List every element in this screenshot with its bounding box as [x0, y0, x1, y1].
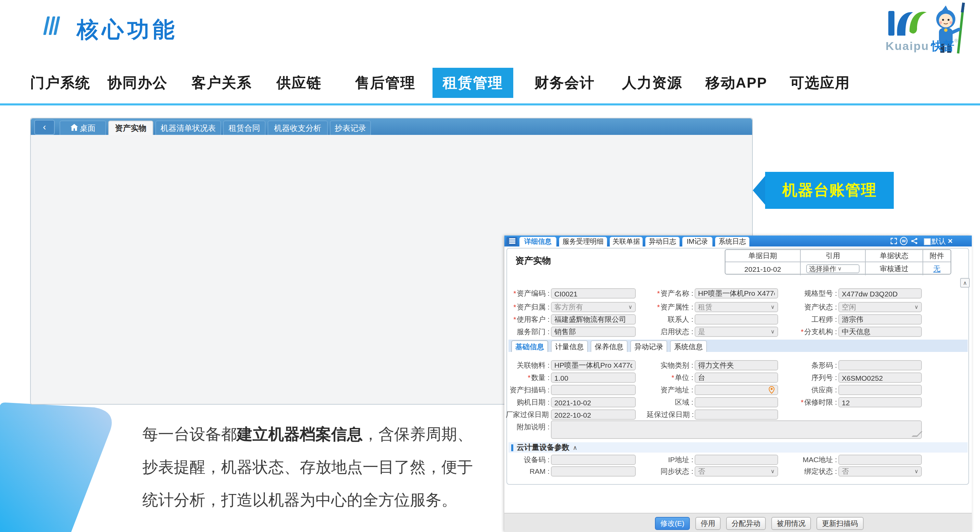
form-field-text[interactable] [551, 385, 636, 395]
menu-icon[interactable] [506, 237, 517, 245]
form-field-select[interactable]: 空闲∨ [838, 302, 922, 312]
form-field-value: 中天信息 [842, 327, 918, 336]
collapse-up-icon[interactable]: ∧ [960, 278, 970, 288]
form-field-text[interactable]: 中天信息 [838, 327, 922, 337]
required-icon: * [657, 303, 660, 311]
form-label: 条形码 : [789, 360, 837, 370]
form-field-text[interactable]: CI0021 [551, 288, 636, 298]
nav-item-8[interactable]: 人力资源 [622, 68, 682, 98]
form-field-text[interactable] [695, 314, 778, 325]
panel-tab-4[interactable]: 异动日志 [645, 237, 679, 247]
nav-underline [0, 104, 980, 105]
location-pin-icon[interactable] [768, 386, 775, 394]
panel-footer-button-3[interactable]: 分配异动 [726, 517, 766, 530]
form-label-text: MAC地址 : [803, 455, 837, 464]
nav-item-2[interactable]: 协同办公 [107, 68, 168, 98]
attachment-link[interactable]: 无 [934, 264, 941, 274]
form-field-text[interactable] [551, 466, 636, 476]
panel-subtab-3[interactable]: 保养信息 [590, 340, 628, 352]
kuaipu-logo: Kuaipu快普® [883, 2, 976, 60]
form-field-text[interactable]: X477dw D3Q20D [838, 288, 922, 298]
panel-footer-button-4[interactable]: 被用情况 [771, 517, 811, 530]
back-button[interactable]: ‹ [34, 120, 55, 135]
form-field-select[interactable]: 客方所有∨ [551, 302, 636, 312]
form-field-text[interactable]: 2021-10-02 [551, 397, 636, 408]
form-field-text[interactable] [551, 455, 636, 465]
form-field-select[interactable]: 否∨ [838, 466, 922, 476]
form-label-text: 绑定状态 : [804, 467, 837, 475]
nav-item-10[interactable]: 可选应用 [790, 68, 850, 98]
resize-handle-icon[interactable] [912, 432, 923, 437]
window-tab-5[interactable]: 机器收支分析 [267, 121, 328, 135]
form-field-text[interactable]: X6SMO0252 [838, 373, 922, 383]
share-icon[interactable] [910, 237, 918, 245]
window-tab-6[interactable]: 抄表记录 [330, 121, 371, 135]
panel-subtab-2[interactable]: 计量信息 [551, 340, 588, 352]
form-field-text[interactable]: 1.00 [551, 373, 636, 383]
section-label: 云计量设备参数 [517, 442, 570, 452]
form-field-text[interactable]: HP喷墨一体机Pro X477dw D3Q [695, 288, 778, 298]
form-field-text[interactable]: 2022-10-02 [551, 409, 636, 420]
nav-item-4[interactable]: 供应链 [277, 68, 321, 98]
window-tab-label: 租赁合同 [229, 121, 260, 135]
form-field-text[interactable]: 12 [838, 397, 922, 408]
close-icon[interactable]: × [948, 236, 953, 246]
form-field-text[interactable] [695, 397, 778, 408]
page-title: 核心功能 [76, 15, 178, 45]
panel-tab-2[interactable]: 服务受理明细 [559, 237, 607, 247]
form-label-text: 服务部门 : [517, 327, 550, 336]
doc-info-header: 引用 [801, 250, 866, 261]
chevron-down-icon: ∨ [914, 304, 918, 310]
form-field-text[interactable] [695, 409, 778, 420]
form-label: 资产状态 : [789, 302, 837, 312]
panel-subtab-1[interactable]: 基础信息 [511, 340, 548, 352]
form-field-text[interactable] [838, 455, 922, 465]
panel-tab-3[interactable]: 关联单据 [610, 237, 643, 247]
panel-tab-6[interactable]: 系统日志 [715, 237, 749, 247]
form-label-text: 厂家过保日期 : [506, 410, 553, 418]
notes-textarea[interactable] [551, 421, 922, 439]
form-field-text[interactable] [695, 385, 778, 395]
panel-footer-button-5[interactable]: 更新扫描码 [816, 517, 863, 530]
decorative-ribbon [0, 397, 123, 532]
window-tab-4[interactable]: 租赁合同 [223, 121, 266, 135]
description-line-3: 统计分析，打造以机器为中心的全方位服务。 [142, 483, 473, 516]
default-checkbox[interactable] [924, 238, 931, 245]
nav-item-9[interactable]: 移动APP [706, 68, 767, 98]
panel-footer-button-2[interactable]: 停用 [695, 517, 721, 530]
panel-tab-1[interactable]: 详细信息 [519, 237, 556, 247]
form-field-text[interactable]: 得力文件夹 [695, 360, 778, 370]
form-field-text[interactable] [838, 385, 922, 395]
window-tab-2[interactable]: 资产实物 [108, 121, 153, 135]
form-field-select[interactable]: 是∨ [695, 327, 778, 337]
form-label: *资产编码 : [506, 288, 550, 298]
section-collapse-icon[interactable]: ∧ [573, 444, 577, 451]
nav-item-1[interactable]: 门户系统 [30, 68, 90, 98]
action-select[interactable]: 选择操作∨ [806, 264, 859, 273]
action-select-value: 选择操作 [809, 264, 836, 274]
form-field-text[interactable]: 销售部 [551, 327, 636, 337]
form-field-select[interactable]: 租赁∨ [695, 302, 778, 312]
form-field-select[interactable]: 否∨ [695, 466, 778, 476]
window-tab-1[interactable]: 桌面 [60, 121, 106, 135]
callout-label: 机器台账管理 [765, 172, 894, 209]
form-field-text[interactable]: 台 [695, 373, 778, 383]
panel-subtab-5[interactable]: 系统信息 [670, 340, 707, 352]
form-field-text[interactable]: 游宗伟 [838, 314, 922, 325]
panel-subtab-4[interactable]: 异动记录 [630, 340, 667, 352]
form-field-text[interactable]: HP喷墨一体机Pro X477dw D3( [551, 360, 636, 370]
nav-item-3[interactable]: 客户关系 [192, 68, 252, 98]
required-icon: * [801, 398, 803, 406]
expand-icon[interactable] [890, 237, 897, 245]
nav-item-5[interactable]: 售后管理 [355, 68, 415, 98]
form-field-text[interactable] [695, 455, 778, 465]
window-tab-3[interactable]: 机器清单状况表 [155, 121, 221, 135]
nav-item-6[interactable]: 租赁管理 [433, 68, 513, 98]
form-label-text: 实物类别 : [660, 361, 693, 369]
form-field-text[interactable]: 福建盛辉物流有限公司 [551, 314, 636, 325]
im-icon[interactable]: IM [900, 237, 907, 245]
form-field-text[interactable] [838, 360, 922, 370]
panel-footer-button-1[interactable]: 修改(E) [655, 517, 690, 530]
panel-tab-5[interactable]: IM记录 [682, 237, 713, 247]
nav-item-7[interactable]: 财务会计 [535, 68, 595, 98]
